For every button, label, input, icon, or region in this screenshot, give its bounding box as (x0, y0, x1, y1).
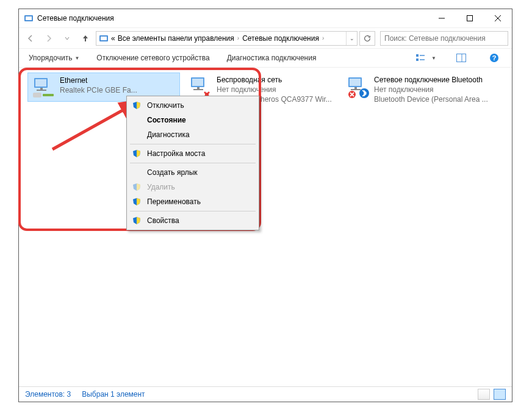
address-bar[interactable]: « Все элементы панели управления › Сетев… (96, 31, 358, 46)
forward-button[interactable] (41, 30, 57, 46)
svg-rect-20 (33, 93, 41, 98)
menu-separator (130, 163, 256, 163)
command-bar: Упорядочить▼ Отключение сетевого устройс… (19, 48, 512, 68)
menu-separator (130, 211, 256, 211)
connection-device: Realtek PCIe GBE Fa... (60, 85, 137, 95)
breadcrumb-item[interactable]: Все элементы панели управления (118, 34, 234, 43)
titlebar: Сетевые подключения (19, 9, 512, 27)
menu-item-bridge[interactable]: Настройка моста (129, 146, 257, 161)
uac-shield-icon (132, 101, 141, 110)
connection-name: Сетевое подключение Bluetooth (374, 75, 488, 85)
svg-rect-21 (43, 94, 54, 96)
status-item-count: Элементов: 3 (25, 390, 71, 399)
address-dropdown[interactable]: ⌄ (346, 32, 357, 45)
chevron-right-icon: › (319, 35, 327, 41)
connection-status: Нет подключения (217, 85, 332, 94)
breadcrumb-item[interactable]: Сетевые подключения (242, 34, 319, 43)
minimize-button[interactable] (428, 10, 456, 27)
recent-dropdown[interactable] (59, 30, 75, 46)
status-selected-count: Выбран 1 элемент (82, 390, 145, 399)
connection-status: Нет подключения (374, 85, 488, 94)
search-box[interactable] (380, 31, 508, 46)
svg-rect-3 (467, 16, 473, 21)
chevron-down-icon: ▼ (74, 55, 79, 61)
svg-rect-9 (416, 59, 419, 61)
help-button[interactable]: ? (486, 50, 502, 66)
bluetooth-icon (346, 75, 370, 99)
network-connections-window: Сетевые подключения « Все элементы панел… (18, 9, 512, 402)
svg-rect-17 (35, 79, 46, 87)
svg-rect-30 (351, 89, 361, 90)
network-folder-icon (99, 34, 109, 43)
svg-rect-28 (350, 79, 361, 86)
view-details-button[interactable] (478, 389, 490, 400)
network-folder-icon (24, 13, 34, 23)
disable-device-cmd[interactable]: Отключение сетевого устройства (96, 54, 209, 62)
view-icon (415, 53, 429, 63)
up-button[interactable] (77, 30, 93, 46)
preview-pane-button[interactable] (453, 50, 469, 66)
diagnose-cmd[interactable]: Диагностика подключения (227, 54, 317, 62)
uac-shield-icon (132, 197, 141, 206)
window-title: Сетевые подключения (37, 14, 428, 23)
navigation-bar: « Все элементы панели управления › Сетев… (19, 27, 512, 48)
connection-name: Беспроводная сеть (217, 75, 332, 85)
uac-shield-icon (132, 149, 141, 158)
refresh-button[interactable] (359, 31, 375, 46)
context-menu: Отключить Состояние Диагностика Настройк… (126, 96, 259, 230)
search-input[interactable] (384, 34, 508, 43)
uac-shield-icon (132, 216, 141, 225)
svg-rect-23 (192, 79, 203, 86)
menu-item-diagnose[interactable]: Диагностика (129, 127, 257, 142)
svg-rect-12 (457, 54, 466, 62)
svg-rect-25 (193, 89, 203, 90)
ethernet-icon (32, 76, 56, 100)
menu-item-status[interactable]: Состояние (129, 113, 257, 127)
back-button[interactable] (23, 30, 38, 46)
status-bar: Элементов: 3 Выбран 1 элемент (19, 386, 512, 402)
menu-item-disable[interactable]: Отключить (129, 98, 257, 113)
menu-separator (130, 144, 256, 144)
uac-shield-icon (132, 183, 141, 191)
svg-rect-18 (40, 88, 43, 90)
view-icons-button[interactable] (494, 389, 506, 400)
connection-name: Ethernet (60, 76, 137, 85)
connection-device: Bluetooth Device (Personal Area ... (374, 94, 488, 104)
breadcrumb-prefix: « (111, 34, 115, 43)
organize-menu[interactable]: Упорядочить▼ (29, 54, 79, 62)
menu-item-properties[interactable]: Свойства (129, 213, 257, 228)
content-area: Ethernet Realtek PCIe GBE Fa... Беспрово… (19, 68, 512, 386)
svg-text:?: ? (492, 54, 497, 62)
menu-item-delete: Удалить (129, 180, 257, 194)
svg-rect-19 (37, 90, 46, 91)
menu-item-shortcut[interactable]: Создать ярлык (129, 165, 257, 180)
menu-item-rename[interactable]: Переименовать (129, 194, 257, 209)
svg-rect-1 (26, 16, 32, 20)
svg-rect-7 (101, 37, 107, 40)
view-options-button[interactable]: ▼ (415, 53, 436, 63)
svg-rect-29 (354, 87, 357, 89)
chevron-down-icon: ▼ (431, 55, 436, 61)
connection-item-bluetooth[interactable]: Сетевое подключение Bluetooth Нет подклю… (342, 73, 504, 102)
chevron-right-icon: › (234, 35, 242, 41)
maximize-button[interactable] (456, 10, 484, 27)
close-button[interactable] (484, 10, 512, 27)
svg-rect-24 (197, 87, 200, 89)
svg-rect-8 (416, 54, 419, 57)
